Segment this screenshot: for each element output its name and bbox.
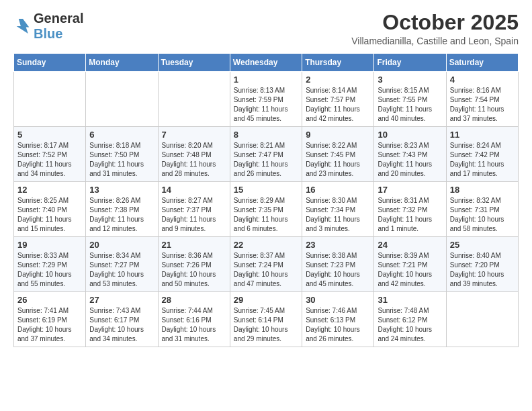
day-info: Sunrise: 7:45 AMSunset: 6:14 PMDaylight:… [234,307,288,342]
day-number: 26 [17,295,82,305]
calendar-table: Sunday Monday Tuesday Wednesday Thursday… [13,53,519,347]
day-number: 8 [234,130,298,140]
header-friday: Friday [374,54,446,72]
day-number: 18 [450,185,515,195]
day-info: Sunrise: 8:18 AMSunset: 7:50 PMDaylight:… [89,142,144,177]
day-number: 5 [17,130,82,140]
table-row: 19Sunrise: 8:33 AMSunset: 7:29 PMDayligh… [14,237,86,292]
table-row: 27Sunrise: 7:43 AMSunset: 6:17 PMDayligh… [86,292,158,347]
day-info: Sunrise: 8:22 AMSunset: 7:45 PMDaylight:… [306,142,360,177]
day-number: 15 [234,185,298,195]
table-row: 20Sunrise: 8:34 AMSunset: 7:27 PMDayligh… [86,237,158,292]
day-info: Sunrise: 7:44 AMSunset: 6:16 PMDaylight:… [162,307,216,342]
day-info: Sunrise: 7:46 AMSunset: 6:13 PMDaylight:… [306,307,360,342]
day-number: 1 [234,75,298,85]
day-info: Sunrise: 8:31 AMSunset: 7:32 PMDaylight:… [378,197,432,232]
day-number: 24 [378,240,442,250]
calendar-week-row: 5Sunrise: 8:17 AMSunset: 7:52 PMDaylight… [14,127,519,182]
logo-general-text: General [34,11,83,26]
table-row: 18Sunrise: 8:32 AMSunset: 7:31 PMDayligh… [446,182,518,237]
table-row: 16Sunrise: 8:30 AMSunset: 7:34 PMDayligh… [302,182,374,237]
header-saturday: Saturday [446,54,518,72]
table-row [86,72,158,127]
svg-marker-1 [17,19,30,34]
logo-row: General Blue [13,11,83,42]
day-info: Sunrise: 8:17 AMSunset: 7:52 PMDaylight:… [17,142,72,177]
table-row: 23Sunrise: 8:38 AMSunset: 7:23 PMDayligh… [302,237,374,292]
day-number: 29 [234,295,298,305]
table-row [158,72,230,127]
day-info: Sunrise: 8:34 AMSunset: 7:27 PMDaylight:… [89,252,144,287]
day-info: Sunrise: 8:33 AMSunset: 7:29 PMDaylight:… [17,252,72,287]
day-info: Sunrise: 7:41 AMSunset: 6:19 PMDaylight:… [17,307,72,342]
header-sunday: Sunday [14,54,86,72]
table-row: 26Sunrise: 7:41 AMSunset: 6:19 PMDayligh… [14,292,86,347]
day-number: 4 [450,75,515,85]
day-number: 20 [89,240,154,250]
header-monday: Monday [86,54,158,72]
day-number: 27 [89,295,154,305]
day-number: 28 [162,295,226,305]
calendar-week-row: 19Sunrise: 8:33 AMSunset: 7:29 PMDayligh… [14,237,519,292]
table-row: 4Sunrise: 8:16 AMSunset: 7:54 PMDaylight… [446,72,518,127]
day-info: Sunrise: 8:23 AMSunset: 7:43 PMDaylight:… [378,142,432,177]
day-number: 31 [378,295,442,305]
header-tuesday: Tuesday [158,54,230,72]
day-info: Sunrise: 8:14 AMSunset: 7:57 PMDaylight:… [306,87,360,122]
day-number: 21 [162,240,226,250]
table-row: 11Sunrise: 8:24 AMSunset: 7:42 PMDayligh… [446,127,518,182]
day-info: Sunrise: 8:15 AMSunset: 7:55 PMDaylight:… [378,87,432,122]
day-info: Sunrise: 8:20 AMSunset: 7:48 PMDaylight:… [162,142,216,177]
header: General Blue October 2025 Villamedianill… [13,11,519,46]
table-row: 9Sunrise: 8:22 AMSunset: 7:45 PMDaylight… [302,127,374,182]
day-info: Sunrise: 8:27 AMSunset: 7:37 PMDaylight:… [162,197,216,232]
table-row: 25Sunrise: 8:40 AMSunset: 7:20 PMDayligh… [446,237,518,292]
logo-blue-text: Blue [34,26,62,41]
day-number: 6 [89,130,154,140]
day-info: Sunrise: 7:48 AMSunset: 6:12 PMDaylight:… [378,307,432,342]
day-number: 17 [378,185,442,195]
calendar-header-row: Sunday Monday Tuesday Wednesday Thursday… [14,54,519,72]
table-row: 30Sunrise: 7:46 AMSunset: 6:13 PMDayligh… [302,292,374,347]
calendar-week-row: 1Sunrise: 8:13 AMSunset: 7:59 PMDaylight… [14,72,519,127]
table-row: 28Sunrise: 7:44 AMSunset: 6:16 PMDayligh… [158,292,230,347]
table-row: 13Sunrise: 8:26 AMSunset: 7:38 PMDayligh… [86,182,158,237]
table-row: 2Sunrise: 8:14 AMSunset: 7:57 PMDaylight… [302,72,374,127]
table-row: 6Sunrise: 8:18 AMSunset: 7:50 PMDaylight… [86,127,158,182]
table-row: 5Sunrise: 8:17 AMSunset: 7:52 PMDaylight… [14,127,86,182]
day-info: Sunrise: 8:30 AMSunset: 7:34 PMDaylight:… [306,197,360,232]
table-row: 22Sunrise: 8:37 AMSunset: 7:24 PMDayligh… [230,237,302,292]
day-number: 2 [306,75,370,85]
month-title: October 2025 [351,11,519,34]
table-row: 14Sunrise: 8:27 AMSunset: 7:37 PMDayligh… [158,182,230,237]
location-subtitle: Villamedianilla, Castille and Leon, Spai… [351,36,519,46]
day-info: Sunrise: 8:40 AMSunset: 7:20 PMDaylight:… [450,252,504,287]
table-row: 31Sunrise: 7:48 AMSunset: 6:12 PMDayligh… [374,292,446,347]
table-row [446,292,518,347]
table-row: 24Sunrise: 8:39 AMSunset: 7:21 PMDayligh… [374,237,446,292]
title-block: October 2025 Villamedianilla, Castille a… [351,11,519,46]
day-info: Sunrise: 8:38 AMSunset: 7:23 PMDaylight:… [306,252,360,287]
day-info: Sunrise: 8:25 AMSunset: 7:40 PMDaylight:… [17,197,72,232]
table-row [14,72,86,127]
day-info: Sunrise: 8:16 AMSunset: 7:54 PMDaylight:… [450,87,504,122]
day-info: Sunrise: 8:37 AMSunset: 7:24 PMDaylight:… [234,252,288,287]
calendar-week-row: 26Sunrise: 7:41 AMSunset: 6:19 PMDayligh… [14,292,519,347]
day-number: 30 [306,295,370,305]
day-number: 23 [306,240,370,250]
day-number: 7 [162,130,226,140]
day-number: 16 [306,185,370,195]
table-row: 1Sunrise: 8:13 AMSunset: 7:59 PMDaylight… [230,72,302,127]
day-number: 3 [378,75,442,85]
logo-icon [13,17,32,36]
header-wednesday: Wednesday [230,54,302,72]
table-row: 3Sunrise: 8:15 AMSunset: 7:55 PMDaylight… [374,72,446,127]
day-info: Sunrise: 8:24 AMSunset: 7:42 PMDaylight:… [450,142,504,177]
day-number: 9 [306,130,370,140]
day-number: 14 [162,185,226,195]
day-number: 13 [89,185,154,195]
table-row: 17Sunrise: 8:31 AMSunset: 7:32 PMDayligh… [374,182,446,237]
table-row: 15Sunrise: 8:29 AMSunset: 7:35 PMDayligh… [230,182,302,237]
day-info: Sunrise: 7:43 AMSunset: 6:17 PMDaylight:… [89,307,144,342]
day-number: 10 [378,130,442,140]
